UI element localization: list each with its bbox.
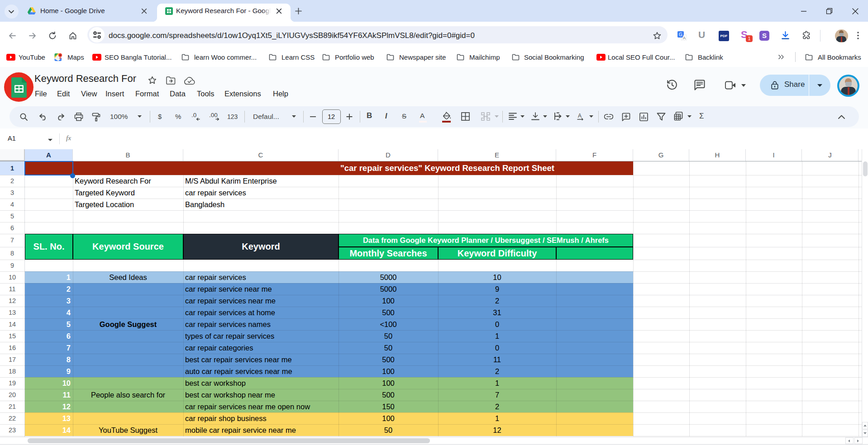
svg-text:G: G [679,32,682,37]
svg-text:A: A [578,113,582,119]
svg-text:A: A [683,36,686,40]
